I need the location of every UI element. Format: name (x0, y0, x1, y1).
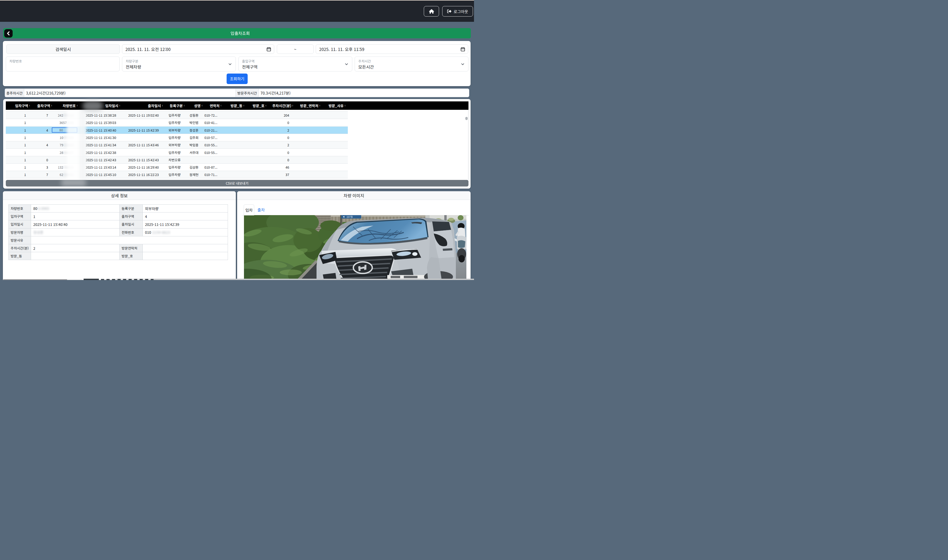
svg-text:107동: 107동 (346, 215, 353, 218)
